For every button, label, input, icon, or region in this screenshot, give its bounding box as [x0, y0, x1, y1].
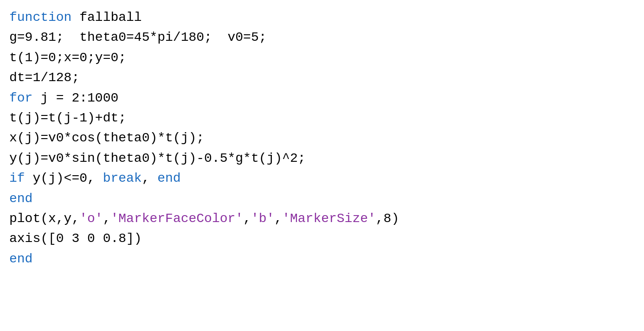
code-line: t(1)=0;x=0;y=0;: [9, 48, 635, 68]
code-token: j = 2:1000: [32, 91, 118, 105]
code-line: function fallball: [9, 7, 635, 27]
code-line: plot(x,y,'o','MarkerFaceColor','b','Mark…: [9, 209, 635, 229]
code-block: function fallballg=9.81; theta0=45*pi/18…: [0, 0, 644, 331]
code-token: ,: [274, 211, 282, 226]
code-token: end: [9, 191, 32, 206]
code-token: 'o': [79, 211, 103, 226]
code-line: axis([0 3 0 0.8]): [9, 229, 635, 248]
code-token: ,: [243, 211, 251, 226]
code-line: t(j)=t(j-1)+dt;: [9, 108, 635, 128]
code-line: end: [9, 249, 635, 269]
code-token: g=9.81; theta0=45*pi/180; v0=5;: [9, 30, 267, 45]
code-token: end: [9, 252, 32, 266]
code-token: axis([0 3 0 0.8]): [9, 231, 142, 246]
code-token: fallball: [71, 10, 142, 25]
code-token: ,8): [376, 211, 399, 226]
code-token: y(j)<=0,: [25, 171, 103, 185]
code-line: y(j)=v0*sin(theta0)*t(j)-0.5*g*t(j)^2;: [9, 148, 635, 168]
code-token: function: [9, 10, 71, 25]
code-line: for j = 2:1000: [9, 88, 635, 108]
code-token: for: [9, 91, 32, 105]
code-token: end: [157, 171, 180, 185]
code-token: 'MarkerFaceColor': [110, 211, 243, 226]
code-line: if y(j)<=0, break, end: [9, 168, 635, 188]
code-token: if: [9, 171, 25, 185]
code-token: ,: [103, 211, 111, 226]
code-token: 'MarkerSize': [282, 211, 376, 226]
code-token: t(j)=t(j-1)+dt;: [9, 111, 126, 125]
code-token: plot(x,y,: [9, 211, 79, 226]
code-token: break: [103, 171, 142, 185]
code-line: dt=1/128;: [9, 68, 635, 88]
code-token: dt=1/128;: [9, 70, 79, 85]
code-line: g=9.81; theta0=45*pi/180; v0=5;: [9, 27, 635, 47]
code-token: 'b': [251, 211, 274, 226]
code-line: x(j)=v0*cos(theta0)*t(j);: [9, 128, 635, 148]
code-token: t(1)=0;x=0;y=0;: [9, 51, 126, 65]
code-token: y(j)=v0*sin(theta0)*t(j)-0.5*g*t(j)^2;: [9, 151, 306, 166]
code-token: x(j)=v0*cos(theta0)*t(j);: [9, 131, 204, 145]
code-token: ,: [142, 171, 158, 185]
code-line: end: [9, 189, 635, 209]
